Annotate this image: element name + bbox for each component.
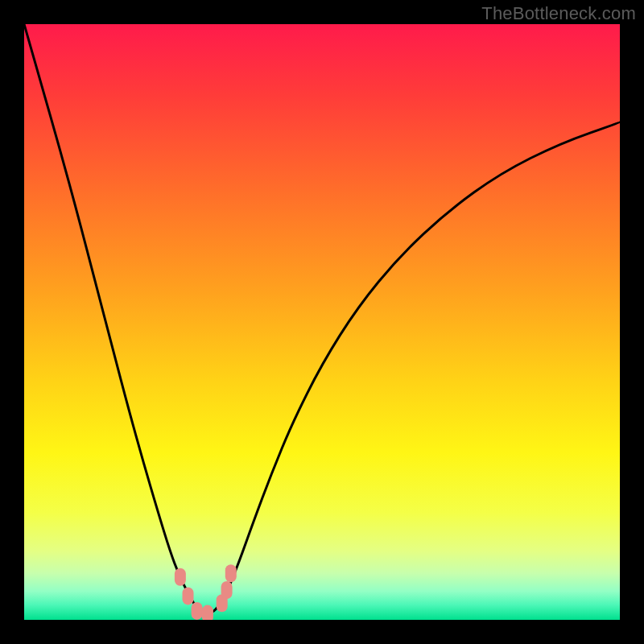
data-marker bbox=[183, 587, 194, 605]
watermark-label: TheBottleneck.com bbox=[481, 3, 636, 24]
data-marker bbox=[202, 605, 213, 620]
chart-frame: TheBottleneck.com bbox=[0, 0, 644, 644]
bottleneck-chart bbox=[24, 24, 620, 620]
plot-area bbox=[24, 24, 620, 620]
gradient-background bbox=[24, 24, 620, 620]
data-marker bbox=[175, 568, 186, 586]
data-marker bbox=[225, 564, 237, 582]
data-marker bbox=[192, 602, 203, 620]
data-marker bbox=[221, 581, 233, 599]
